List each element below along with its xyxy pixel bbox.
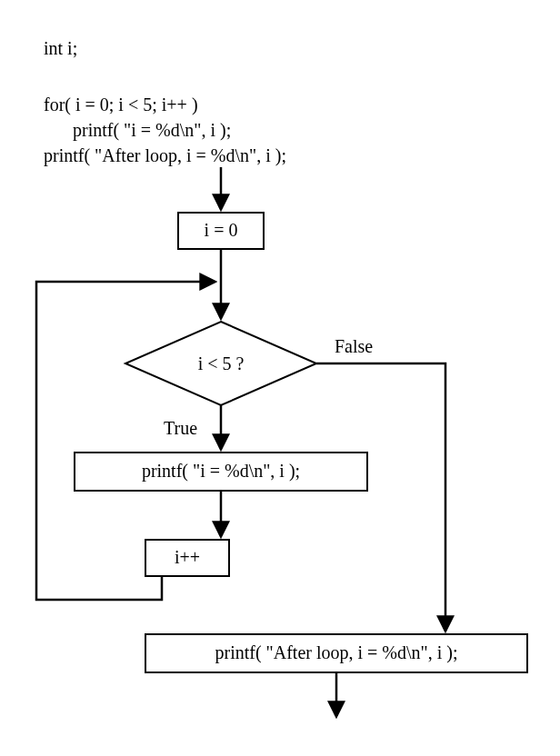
code-line-2: for( i = 0; i < 5; i++ ) — [44, 94, 198, 115]
label-false: False — [335, 336, 373, 356]
label-true: True — [164, 418, 197, 438]
node-init-label: i = 0 — [205, 220, 238, 240]
code-line-1: int i; — [44, 38, 77, 58]
node-incr-label: i++ — [175, 547, 200, 567]
node-after-label: printf( "After loop, i = %d\n", i ); — [215, 642, 457, 663]
node-cond-label: i < 5 ? — [198, 353, 245, 373]
code-line-4: printf( "After loop, i = %d\n", i ); — [44, 145, 286, 166]
edge-cond-false — [316, 363, 445, 631]
code-line-3: printf( "i = %d\n", i ); — [73, 120, 231, 141]
node-body-label: printf( "i = %d\n", i ); — [142, 461, 300, 482]
